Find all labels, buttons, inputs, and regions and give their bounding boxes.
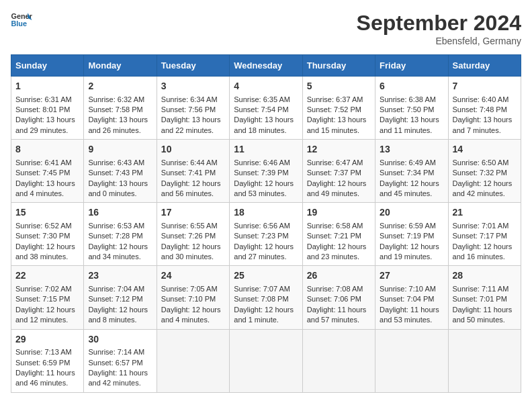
- day-number: 13: [380, 143, 443, 156]
- calendar-cell: [230, 329, 302, 392]
- day-number: 24: [161, 269, 225, 283]
- month-title: September 2024: [357, 11, 521, 36]
- day-info-line: and 42 minutes.: [453, 189, 517, 199]
- day-number: 18: [234, 206, 298, 220]
- day-info-line: and 23 minutes.: [307, 252, 371, 262]
- day-number: 9: [88, 143, 152, 156]
- day-info-line: Sunrise: 6:35 AM: [234, 95, 298, 105]
- day-info-line: Daylight: 12 hours: [161, 242, 225, 252]
- day-info-line: Sunrise: 6:41 AM: [15, 158, 79, 168]
- calendar-cell: 27Sunrise: 7:10 AMSunset: 7:04 PMDayligh…: [375, 266, 448, 329]
- day-info-line: Sunset: 7:50 PM: [380, 105, 443, 115]
- day-info-line: Daylight: 13 hours: [161, 115, 225, 125]
- calendar-cell: 9Sunrise: 6:43 AMSunset: 7:43 PMDaylight…: [84, 140, 157, 203]
- day-info-line: Sunrise: 6:53 AM: [88, 221, 152, 231]
- day-number: 22: [15, 269, 79, 283]
- day-info-line: Daylight: 12 hours: [453, 242, 517, 252]
- day-info-line: and 19 minutes.: [380, 252, 443, 262]
- day-number: 16: [88, 206, 152, 220]
- day-info-line: Daylight: 13 hours: [88, 179, 152, 189]
- day-info-line: Sunset: 7:15 PM: [15, 294, 79, 304]
- day-info-line: and 8 minutes.: [88, 315, 152, 325]
- day-number: 7: [453, 80, 517, 93]
- calendar-cell: 15Sunrise: 6:52 AMSunset: 7:30 PMDayligh…: [11, 203, 84, 266]
- day-info-line: Sunset: 8:01 PM: [15, 105, 79, 115]
- day-info-line: Sunrise: 6:46 AM: [234, 158, 298, 168]
- day-info-line: and 18 minutes.: [234, 126, 298, 136]
- day-info-line: Daylight: 12 hours: [88, 242, 152, 252]
- day-info-line: Sunset: 7:48 PM: [453, 105, 517, 115]
- day-info-line: Sunrise: 7:07 AM: [234, 284, 298, 294]
- day-info-line: Daylight: 11 hours: [15, 368, 79, 378]
- day-info-line: and 11 minutes.: [380, 126, 443, 136]
- day-info-line: Sunset: 7:43 PM: [88, 168, 152, 178]
- day-number: 10: [161, 143, 225, 156]
- calendar-cell: 17Sunrise: 6:55 AMSunset: 7:26 PMDayligh…: [157, 203, 229, 266]
- day-info-line: and 15 minutes.: [307, 126, 371, 136]
- day-info-line: and 56 minutes.: [161, 189, 225, 199]
- day-header-sunday: Sunday: [11, 55, 84, 77]
- calendar-cell: 19Sunrise: 6:58 AMSunset: 7:21 PMDayligh…: [302, 203, 375, 266]
- calendar-cell: 24Sunrise: 7:05 AMSunset: 7:10 PMDayligh…: [157, 266, 229, 329]
- day-info-line: Daylight: 11 hours: [307, 305, 371, 315]
- calendar-cell: 16Sunrise: 6:53 AMSunset: 7:28 PMDayligh…: [84, 203, 157, 266]
- day-info-line: Sunrise: 6:40 AM: [453, 95, 517, 105]
- day-number: 17: [161, 206, 225, 220]
- calendar-cell: 10Sunrise: 6:44 AMSunset: 7:41 PMDayligh…: [157, 140, 229, 203]
- day-number: 26: [307, 269, 371, 283]
- calendar-cell: 2Sunrise: 6:32 AMSunset: 7:58 PMDaylight…: [84, 77, 157, 140]
- calendar-cell: 25Sunrise: 7:07 AMSunset: 7:08 PMDayligh…: [230, 266, 302, 329]
- day-info-line: Sunrise: 6:43 AM: [88, 158, 152, 168]
- day-info-line: and 4 minutes.: [15, 189, 79, 199]
- day-info-line: Daylight: 13 hours: [15, 115, 79, 125]
- calendar-cell: 30Sunrise: 7:14 AMSunset: 6:57 PMDayligh…: [84, 329, 157, 392]
- day-info-line: Sunset: 7:54 PM: [234, 105, 298, 115]
- day-info-line: Sunrise: 7:05 AM: [161, 284, 225, 294]
- page-header: General Blue September 2024 Ebensfeld, G…: [11, 11, 521, 46]
- day-info-line: and 29 minutes.: [15, 126, 79, 136]
- day-number: 8: [15, 143, 79, 156]
- day-info-line: Daylight: 12 hours: [380, 179, 443, 189]
- day-info-line: Daylight: 11 hours: [380, 305, 443, 315]
- calendar-cell: 28Sunrise: 7:11 AMSunset: 7:01 PMDayligh…: [448, 266, 521, 329]
- calendar-cell: 21Sunrise: 7:01 AMSunset: 7:17 PMDayligh…: [448, 203, 521, 266]
- logo: General Blue: [11, 11, 32, 30]
- day-header-wednesday: Wednesday: [230, 55, 302, 77]
- day-info-line: and 49 minutes.: [307, 189, 371, 199]
- day-info-line: Sunset: 7:06 PM: [307, 294, 371, 304]
- week-row-3: 15Sunrise: 6:52 AMSunset: 7:30 PMDayligh…: [11, 203, 521, 266]
- day-info-line: Sunrise: 6:56 AM: [234, 221, 298, 231]
- day-info-line: and 38 minutes.: [15, 252, 79, 262]
- calendar-header-row: SundayMondayTuesdayWednesdayThursdayFrid…: [11, 55, 521, 77]
- week-row-4: 22Sunrise: 7:02 AMSunset: 7:15 PMDayligh…: [11, 266, 521, 329]
- day-info-line: Sunrise: 7:11 AM: [453, 284, 517, 294]
- day-info-line: Daylight: 12 hours: [15, 242, 79, 252]
- week-row-5: 29Sunrise: 7:13 AMSunset: 6:59 PMDayligh…: [11, 329, 521, 392]
- day-info-line: Sunset: 7:58 PM: [88, 105, 152, 115]
- day-info-line: Sunrise: 6:55 AM: [161, 221, 225, 231]
- day-number: 20: [380, 206, 443, 220]
- day-info-line: and 45 minutes.: [380, 189, 443, 199]
- calendar-cell: 1Sunrise: 6:31 AMSunset: 8:01 PMDaylight…: [11, 77, 84, 140]
- day-info-line: Sunset: 7:01 PM: [453, 294, 517, 304]
- day-info-line: and 0 minutes.: [88, 189, 152, 199]
- calendar-cell: 3Sunrise: 6:34 AMSunset: 7:56 PMDaylight…: [157, 77, 229, 140]
- day-info-line: Sunrise: 6:49 AM: [380, 158, 443, 168]
- calendar-cell: 13Sunrise: 6:49 AMSunset: 7:34 PMDayligh…: [375, 140, 448, 203]
- day-info-line: Sunset: 7:04 PM: [380, 294, 443, 304]
- day-info-line: and 34 minutes.: [88, 252, 152, 262]
- day-info-line: Sunset: 7:17 PM: [453, 231, 517, 241]
- day-info-line: Daylight: 12 hours: [380, 242, 443, 252]
- day-info-line: Daylight: 13 hours: [380, 115, 443, 125]
- day-number: 23: [88, 269, 152, 283]
- day-info-line: Daylight: 12 hours: [234, 242, 298, 252]
- week-row-2: 8Sunrise: 6:41 AMSunset: 7:45 PMDaylight…: [11, 140, 521, 203]
- day-info-line: Daylight: 12 hours: [307, 179, 371, 189]
- day-number: 5: [307, 80, 371, 93]
- day-info-line: Sunset: 6:59 PM: [15, 358, 79, 368]
- day-info-line: Sunset: 7:30 PM: [15, 231, 79, 241]
- location: Ebensfeld, Germany: [357, 36, 521, 46]
- day-info-line: Sunrise: 7:01 AM: [453, 221, 517, 231]
- calendar-cell: [448, 329, 521, 392]
- day-number: 15: [15, 206, 79, 220]
